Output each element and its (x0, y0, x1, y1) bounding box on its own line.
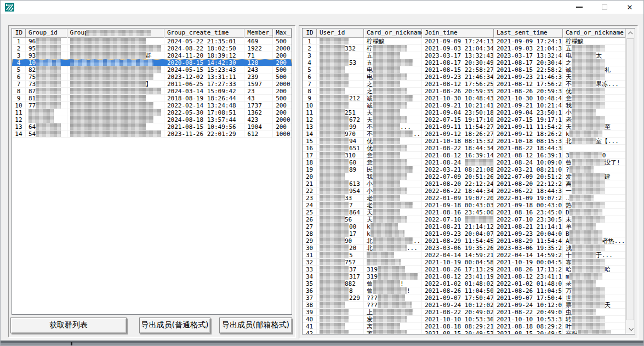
redacted-nickname (572, 59, 605, 66)
member-row[interactable]: 4 53 五 2021-08-17 20:30:49 2021-08-17 20… (303, 59, 635, 66)
member-row[interactable]: 2 332 柠 2021-09-03 21:04:34 2021-09-03 2… (303, 45, 635, 52)
col-header-id[interactable]: ID (303, 29, 317, 38)
cell-id: 3 (12, 52, 26, 59)
redacted-user-id (320, 223, 349, 230)
member-row[interactable]: 3 五 2023-03-17 13:32:43 2023-03-17 13:32… (303, 52, 635, 59)
maximize-button[interactable] (592, 1, 617, 14)
close-button[interactable]: ✕ (617, 1, 642, 14)
group-row[interactable]: 1 96 2024-05-22 21:35:01 469 500 (12, 38, 292, 45)
member-row[interactable]: 28 17 k 2021-09-23 20:04:07 2021-09-23 2… (303, 230, 635, 237)
member-row[interactable]: 21 613 小 2021-08-20 22:12:24 2021-08-20 … (303, 180, 635, 188)
cell-user-id (317, 88, 364, 95)
redacted-user-id (320, 202, 349, 208)
member-row[interactable]: 25 864 天 2021-08-16 23:45:00 2021-08-16 … (303, 209, 635, 216)
redacted-nickname (373, 152, 400, 158)
member-row[interactable]: 32 757 2021-10-19 00:04:58 2021-10-19 00… (303, 259, 635, 266)
member-row[interactable]: 42 离 2021-08-15 20:49:53 2021-08-15 20:4… (303, 330, 635, 334)
scrollbar-thumb[interactable] (626, 38, 634, 320)
group-row[interactable]: 10 77 2022-02-14 13:24:48 1737 200 (12, 102, 292, 109)
group-row[interactable]: 11 2022-05-30 17:08:51 1362 200 (12, 109, 292, 116)
col-header-max[interactable]: Max_ (273, 29, 292, 38)
col-header-group-create-time[interactable]: Group_create_time (164, 29, 244, 38)
member-row[interactable]: 30 20 北... 2023-03-06 19:35:26 2023-03-0… (303, 245, 635, 252)
member-row[interactable]: 29 90 北... 2021-08-29 11:54:45 2021-08-2… (303, 237, 635, 245)
member-row[interactable]: 1 柠檬酸 2021-09-09 17:24:13 2021-09-09 17:… (303, 38, 635, 45)
redacted-group-name (70, 38, 146, 44)
member-row[interactable]: 5 电 2021-08-15 22:58:27 2021-08-15 22:58… (303, 66, 635, 73)
col-header-member[interactable]: Member_ (244, 29, 273, 38)
member-row[interactable]: 23 33 老 2022-01-09 19:07:20 2022-01-09 1… (303, 195, 635, 202)
member-row[interactable]: 13 99 不... 2021-09-11 11:54:27 2021-09-1… (303, 123, 635, 131)
member-row[interactable]: 22 954 小 2022-06-22 18:44:34 2022-06-22 … (303, 188, 635, 195)
export-members-normal-button[interactable]: 导出成员(普通格式) (139, 317, 210, 333)
export-members-email-button[interactable]: 导出成员(邮箱格式) (219, 317, 292, 333)
redacted-group-id (36, 102, 61, 109)
redacted-nickname (373, 173, 407, 180)
group-row[interactable]: 7 73 】 2011-06-25 17:27:33 1597 2000 (12, 81, 292, 88)
member-row[interactable]: 35 882 曾! 2022-01-02 01:48:02 2022-01-02… (303, 280, 635, 287)
member-row[interactable]: 15 94 优 2021-10-18 08:15:32 2021-10-18 0… (303, 138, 635, 145)
member-row[interactable]: 14 970 不... 2021-09-12 18:26:27 2021-09-… (303, 131, 635, 138)
col-header-user-id[interactable]: User_id (317, 29, 364, 38)
cell-join-time: 2023-03-06 19:35:26 (422, 245, 494, 252)
cell-id: 35 (303, 280, 317, 287)
member-row[interactable]: 8 之 2021-08-26 20:59:35 2021-08-26 20:59… (303, 88, 635, 95)
member-row[interactable]: 16 651 优 2021-08-22 18:44:34 2021-08-22 … (303, 145, 635, 152)
group-row[interactable]: 2 95 2024-08-22 18:02:50 1922 2000 (12, 45, 292, 52)
member-row[interactable]: 38 ??? 2021-09-24 10:12:02 2021-09-24 10… (303, 302, 635, 309)
group-row[interactable]: 8 87 2024-03-14 15:09:42 23 200 (12, 88, 292, 95)
member-row[interactable]: 37 229 ??? 2021-09-07 17:50:47 2021-09-0… (303, 294, 635, 302)
col-header-group-id[interactable]: Group_id (26, 29, 67, 38)
col-header-group-name[interactable]: Group_name (67, 29, 164, 38)
scroll-up-button[interactable] (626, 29, 635, 38)
member-row[interactable]: 27 00 k 2021-08-21 21:14:12 2021-08-21 2… (303, 223, 635, 230)
cell-id: 8 (303, 88, 317, 95)
group-row[interactable]: 12 2024-08-18 13:57:44 423 2000 (12, 116, 292, 123)
cell-nickname-2: 万 (563, 287, 625, 294)
col-header-card-or-nickname-2[interactable]: Card_or_nickname (563, 29, 625, 38)
col-header-id[interactable]: ID (12, 29, 26, 38)
scroll-down-button[interactable] (626, 324, 635, 333)
member-row[interactable]: 34 317 319 2021-08-12 23:41:19 2021-08-1… (303, 273, 635, 280)
cell-last-sent-time: 2021-10-19 00:04:58 (494, 259, 563, 266)
group-row[interactable]: 4 10 2020-08-15 14:42:30 128 200 (12, 59, 292, 66)
group-row[interactable]: 6 75 2023-12-02 13:31:11 239 500 (12, 73, 292, 81)
minimize-button[interactable] (567, 1, 592, 14)
member-row[interactable]: 9 212 诚 2021-10-30 10:48:43 2021-10-30 1… (303, 95, 635, 102)
col-header-join-time[interactable]: Join_time (422, 29, 494, 38)
redacted-group-id (36, 81, 61, 87)
member-row[interactable]: 41 离 2021-08-18 08:29:21 2021-08-18 08:2… (303, 323, 635, 330)
redacted-group-id (36, 88, 61, 94)
member-row[interactable]: 33 37 319 2021-08-26 17:13:29 2021-08-26… (303, 266, 635, 273)
member-row[interactable]: 17 310 意 2021-08-12 16:39:14 2021-08-12 … (303, 152, 635, 159)
member-row[interactable]: 20 我 2022-07-09 20:51:26 2022-07-09 20:5… (303, 173, 635, 180)
cell-nickname-2: D (563, 209, 625, 216)
member-row[interactable]: 6 电 2021-09-23 21:46:34 2021-09-23 21:46… (303, 73, 635, 81)
member-row[interactable]: 31 5 2022-04-14 14:59:21 2022-04-14 14:5… (303, 252, 635, 259)
cell-nickname: 北... (364, 237, 422, 245)
member-row[interactable]: 12 672 天 2022-07-15 19:17:10 2022-07-15 … (303, 116, 635, 123)
col-header-last-sent-time[interactable]: Last_sent_time (494, 29, 563, 38)
member-row[interactable]: 19 89 民 2022-03-21 08:21:08 2022-03-21 0… (303, 166, 635, 173)
vertical-scrollbar[interactable] (625, 29, 635, 334)
group-row[interactable]: 9 81 2018-08-19 18:26:44 43 500 (12, 95, 292, 102)
cell-user-id: 5 (317, 252, 364, 259)
member-row[interactable]: 36 8 曾! 2021-08-26 11:04:50 2021-08-26 1… (303, 287, 635, 294)
cell-nickname: 之 (364, 81, 422, 88)
member-row[interactable]: 11 251 天 2021-09-04 23:50:18 2021-09-04 … (303, 109, 635, 116)
member-row[interactable]: 10 诚 2021-09-21 10:21:41 2021-09-21 10:2… (303, 102, 635, 109)
group-row[interactable]: 3 93 群 2024-11-20 18:39:12 71 200 (12, 52, 292, 59)
get-group-list-button[interactable]: 获取群列表 (10, 317, 127, 333)
group-row[interactable]: 14 54 2023-11-26 22:01:29 612 1000 (12, 131, 292, 138)
member-row[interactable]: 7 之 2021-08-12 17:56:25 2021-08-12 17:56… (303, 81, 635, 88)
group-row[interactable]: 13 64 2021-08-15 10:49:56 1904 200 (12, 123, 292, 131)
member-row[interactable]: 40 发 2021-10-10 10:53:36 2021-10-10 10:5… (303, 316, 635, 323)
member-row[interactable]: 18 60 意 2021-08-24 2021-08-24 10:09:05 曾… (303, 159, 635, 166)
member-row[interactable]: 24 7 老 2021-09-18 00:43:03 2021-09-18 00… (303, 202, 635, 209)
group-row[interactable]: 5 82 2024-05-15 15:23:43 243 500 (12, 66, 292, 73)
member-row[interactable]: 26 56 天 2022-07-10 2022-07-10 23:30:58 未 (303, 216, 635, 223)
col-header-card-or-nickname[interactable]: Card_or_nickname (364, 29, 422, 38)
cell-group-id: 77 (26, 102, 67, 109)
cell-user-id (317, 52, 364, 59)
member-row[interactable]: 39 上 2021-08-22 20:49:02 2021-08-22 20:4… (303, 309, 635, 316)
